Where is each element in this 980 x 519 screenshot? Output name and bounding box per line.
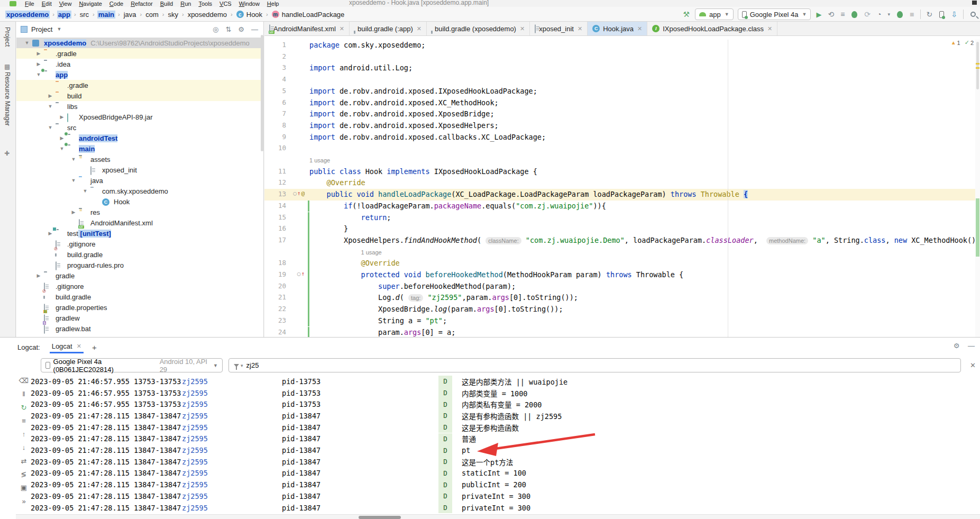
chevron-collapsed-icon[interactable]: ▶ xyxy=(47,93,53,98)
breadcrumb-item-xposeddemo[interactable]: xposeddemo xyxy=(187,11,228,19)
stop-icon[interactable]: ■ xyxy=(910,10,914,19)
tree-row-gradlew[interactable]: gradlew xyxy=(16,313,263,323)
tree-row--gitignore[interactable]: .gitignore xyxy=(16,239,263,249)
code-line-inlay[interactable]: 1 usage xyxy=(264,247,980,258)
tree-row-xposed-init[interactable]: xposed_init xyxy=(16,165,263,175)
close-icon[interactable]: ✕ xyxy=(520,25,525,32)
logcat-horizontal-scrollbar[interactable] xyxy=(16,514,980,519)
code-line-4[interactable]: 4 xyxy=(264,74,980,86)
tree-row-build[interactable]: ▶build xyxy=(16,90,263,101)
logcat-row[interactable]: 2023-09-05 21:47:28.115 13847-13847zj259… xyxy=(31,479,980,490)
tool-stripe-resource-manager[interactable]: Resource Manager xyxy=(4,72,11,126)
close-icon[interactable]: ✕ xyxy=(340,25,344,32)
menu-vcs[interactable]: VCS xyxy=(216,0,235,7)
code-line-2[interactable]: 2 xyxy=(264,51,980,63)
tree-row-gradlew-bat[interactable]: gradlew.bat xyxy=(16,323,263,334)
hide-panel-icon[interactable]: ― xyxy=(968,342,975,350)
code-line-13[interactable]: 13○↑@ public void handleLoadPackage(XC_L… xyxy=(264,189,980,201)
tree-row-app[interactable]: ▼app xyxy=(16,69,263,80)
close-icon[interactable]: ✕ xyxy=(417,25,422,32)
logcat-row[interactable]: 2023-09-05 21:47:28.115 13847-13847zj259… xyxy=(31,433,980,445)
menu-navigate[interactable]: Navigate xyxy=(75,0,105,7)
code-line-17[interactable]: 17 XposedHelpers.findAndHookMethod( clas… xyxy=(264,235,980,247)
logcat-row[interactable]: 2023-09-05 21:47:28.115 13847-13847zj259… xyxy=(31,444,980,456)
hide-panel-icon[interactable]: ― xyxy=(251,25,258,33)
breadcrumb-item-src[interactable]: src xyxy=(79,11,90,19)
logcat-tab[interactable]: Logcat ✕ xyxy=(50,341,84,353)
editor-scrollbar-thumb[interactable] xyxy=(976,42,979,89)
code-line-19[interactable]: 19○↑ protected void beforeHookedMethod(M… xyxy=(264,269,980,281)
logcat-config-icon[interactable]: ≡ xyxy=(16,417,32,430)
scroll-to-end-icon[interactable]: ↓ xyxy=(16,443,32,457)
editor-tab-build-gradle--xposeddemo-[interactable]: build.gradle (xposeddemo)✕ xyxy=(427,22,530,35)
chevron-collapsed-icon[interactable]: ▶ xyxy=(70,210,77,215)
chevron-expanded-icon[interactable]: ▼ xyxy=(70,157,77,162)
pause-logcat-icon[interactable]: ‖ xyxy=(16,390,32,403)
tree-row-hook[interactable]: CHook xyxy=(16,196,263,207)
settings-icon[interactable]: ⚙ xyxy=(954,342,960,350)
screenshot-icon[interactable]: ▣ xyxy=(16,484,32,497)
code-line-12[interactable]: 12 @Override xyxy=(264,177,980,189)
breadcrumb-item-handleloadpackage[interactable]: mhandleLoadPackage xyxy=(271,11,346,19)
code-line-18[interactable]: 18 @Override xyxy=(264,258,980,269)
run-button[interactable]: ▶ xyxy=(816,11,821,19)
gradle-sync-icon[interactable]: ↻ xyxy=(927,10,933,19)
chevron-expanded-icon[interactable]: ▼ xyxy=(35,72,42,77)
breadcrumb-item-main[interactable]: main xyxy=(97,11,115,19)
menu-window[interactable]: Window xyxy=(235,0,263,7)
tree-row-xposedbridgeapi-89-jar[interactable]: ▶XposedBridgeAPI-89.jar xyxy=(16,112,263,122)
code-line-15[interactable]: 15 return; xyxy=(264,212,980,224)
chevron-expanded-icon[interactable]: ▼ xyxy=(59,146,65,151)
logcat-row[interactable]: 2023-09-05 21:47:28.115 13847-13847zj259… xyxy=(31,456,980,468)
menu-build[interactable]: Build xyxy=(157,0,177,7)
more-tools-icon[interactable]: » xyxy=(16,497,32,511)
menu-code[interactable]: Code xyxy=(106,0,127,7)
inspections-widget[interactable]: ▲ 1 ✓ 2 xyxy=(947,39,974,46)
run-configuration-select[interactable]: app ▼ xyxy=(695,8,734,20)
logcat-scrollbar-thumb[interactable] xyxy=(359,516,401,519)
menu-help[interactable]: Help xyxy=(263,0,283,7)
tree-row-main[interactable]: ▼main xyxy=(16,143,263,154)
chevron-collapsed-icon[interactable]: ▶ xyxy=(35,51,42,56)
tree-row-res[interactable]: ▶res xyxy=(16,207,263,217)
close-icon[interactable]: ✕ xyxy=(767,25,772,32)
search-everywhere-icon[interactable] xyxy=(970,12,976,17)
tree-row--idea[interactable]: ▶.idea xyxy=(16,59,263,69)
scroll-to-top-icon[interactable]: ↑ xyxy=(16,430,32,443)
locate-file-icon[interactable]: ◎ xyxy=(213,25,218,33)
overriding-method-icon[interactable]: ○↑@ xyxy=(293,190,305,197)
collapse-lines-icon[interactable]: ≶ xyxy=(16,470,32,484)
logcat-row[interactable]: 2023-09-05 21:46:57.955 13753-13753zj259… xyxy=(31,376,980,387)
menu-edit[interactable]: Edit xyxy=(38,0,56,7)
logcat-device-select[interactable]: Google Pixel 4a (0B061JEC202814) Android… xyxy=(41,358,223,372)
tree-row--gitignore[interactable]: .gitignore xyxy=(16,281,263,292)
logcat-row[interactable]: 2023-09-05 21:47:28.115 13847-13847zj259… xyxy=(31,422,980,433)
editor-scrollbar[interactable] xyxy=(975,40,980,337)
chevron-expanded-icon[interactable]: ▼ xyxy=(24,40,30,45)
code-line-3[interactable]: 3import android.util.Log; xyxy=(264,62,980,74)
tree-row-test[interactable]: ▶test [unitTest] xyxy=(16,228,263,239)
tree-row-src[interactable]: ▼src xyxy=(16,122,263,133)
code-line-8[interactable]: 8import de.robv.android.xposed.XposedHel… xyxy=(264,120,980,132)
code-line-22[interactable]: 22 XposedBridge.log(param.args[0].toStri… xyxy=(264,304,980,315)
code-line-16[interactable]: 16 } xyxy=(264,223,980,235)
code-line-7[interactable]: 7import de.robv.android.xposed.XposedBri… xyxy=(264,108,980,120)
tree-row-build-gradle[interactable]: build.gradle xyxy=(16,249,263,260)
settings-icon[interactable]: ⚙ xyxy=(238,25,244,33)
code-line-5[interactable]: 5import de.robv.android.xposed.IXposedHo… xyxy=(264,86,980,97)
menu-tools[interactable]: Tools xyxy=(195,0,216,7)
restart-logcat-icon[interactable]: ↻ xyxy=(16,404,32,417)
chevron-expanded-icon[interactable]: ▼ xyxy=(47,104,53,109)
code-line-21[interactable]: 21 Log.d( tag: "zj2595",param.args[0].to… xyxy=(264,292,980,304)
tree-row-com-sky-xposeddemo[interactable]: ▼com.sky.xposeddemo xyxy=(16,186,263,196)
editor-tab-androidmanifest-xml[interactable]: AndroidManifest.xml✕ xyxy=(264,22,350,35)
folder-icon[interactable]: ▩ xyxy=(4,63,10,70)
project-tree-scrollbar[interactable] xyxy=(261,35,263,151)
code-line-14[interactable]: 14 if(!loadPackageParam.packageName.equa… xyxy=(264,201,980,212)
expand-collapse-icon[interactable]: ⇅ xyxy=(225,25,231,33)
code-line-20[interactable]: 20 super.beforeHookedMethod(param); xyxy=(264,281,980,293)
editor-tab-ixposedhookloadpackage-class[interactable]: IIXposedHookLoadPackage.class✕ xyxy=(647,22,777,35)
close-icon[interactable]: ✕ xyxy=(578,25,582,32)
logcat-row[interactable]: 2023-09-05 21:46:57.955 13753-13753zj259… xyxy=(31,398,980,410)
logcat-row[interactable]: 2023-09-05 21:47:28.115 13847-13847zj259… xyxy=(31,410,980,422)
